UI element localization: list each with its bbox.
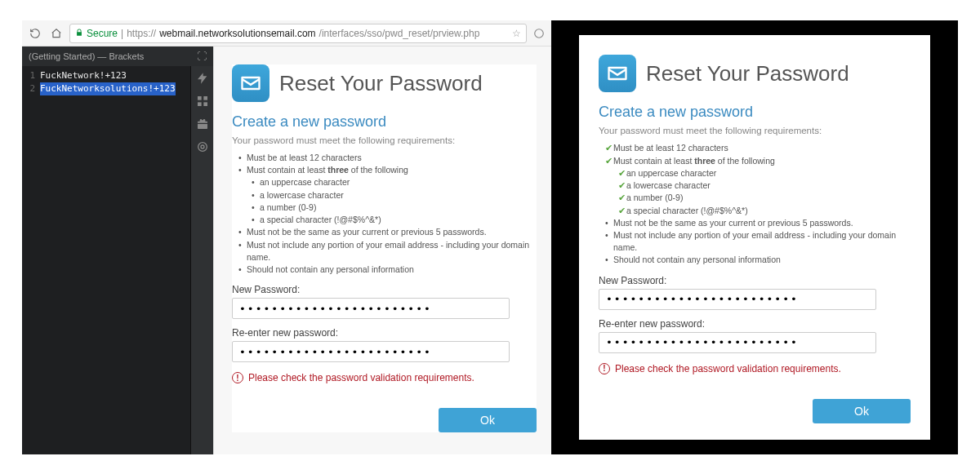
reenter-password-input[interactable] — [232, 341, 510, 362]
reenter-password-input[interactable] — [599, 332, 876, 353]
code-editor[interactable]: (Getting Started) — Brackets ⛶ 1 FuckNet… — [22, 47, 213, 454]
new-password-label: New Password: — [599, 275, 911, 286]
line-code: FuckNetworksolutions!+123 — [40, 82, 176, 95]
error-icon: ! — [232, 372, 243, 383]
mail-icon — [232, 64, 270, 102]
ok-button[interactable]: Ok — [813, 399, 911, 423]
req-item: Must be at least 12 characters — [247, 152, 537, 164]
req-item: Should not contain any personal informat… — [247, 264, 537, 276]
url-host: webmail.networksolutionsemail.com — [159, 28, 315, 39]
secure-label: Secure — [87, 28, 118, 39]
req-item: Must not be the same as your current or … — [247, 226, 537, 238]
page-title: Reset Your Password — [646, 61, 849, 86]
req-sub-item: an uppercase character — [626, 167, 911, 179]
section-subtitle: Your password must meet the following re… — [232, 135, 537, 145]
extensions-icon[interactable] — [195, 94, 210, 109]
req-item: Must contain at least three of the follo… — [613, 155, 911, 217]
editor-title-text: (Getting Started) — Brackets — [29, 51, 144, 61]
new-password-input[interactable] — [232, 298, 510, 319]
page-title: Reset Your Password — [279, 71, 483, 96]
ok-button[interactable]: Ok — [439, 408, 537, 432]
browser-window: Secure | https://webmail.networksolution… — [22, 20, 551, 454]
refresh-icon[interactable] — [27, 25, 43, 42]
section-subtitle: Your password must meet the following re… — [599, 126, 911, 135]
url-bar[interactable]: Secure | https://webmail.networksolution… — [69, 24, 527, 43]
svg-point-5 — [201, 145, 204, 148]
tag-icon[interactable] — [195, 140, 210, 154]
line-code: FuckNetwork!+123 — [40, 69, 127, 82]
reenter-password-label: Re-enter new password: — [232, 327, 537, 339]
req-item: Must contain at least three of the follo… — [247, 164, 537, 226]
line-number: 2 — [22, 82, 40, 95]
requirements-list: Must be at least 12 characters Must cont… — [613, 142, 911, 266]
present-icon[interactable] — [195, 117, 210, 131]
fullscreen-icon[interactable]: ⛶ — [197, 51, 207, 62]
mail-icon — [599, 55, 636, 92]
browser-toolbar: Secure | https://webmail.networksolution… — [22, 20, 551, 47]
req-sub-item: a special character (!@#$%^&*) — [260, 214, 537, 226]
page-content-left: Reset Your Password Create a new passwor… — [213, 47, 551, 454]
error-icon: ! — [599, 363, 610, 374]
req-item: Must not include any portion of your ema… — [247, 239, 537, 264]
svg-point-0 — [535, 29, 544, 38]
error-text: Please check the password validation req… — [615, 363, 841, 374]
req-sub-item: an uppercase character — [260, 176, 537, 188]
section-title: Create a new password — [232, 113, 537, 131]
home-icon[interactable] — [48, 25, 65, 42]
editor-line[interactable]: 1 FuckNetwork!+123 — [22, 69, 213, 82]
svg-rect-2 — [203, 96, 207, 100]
req-sub-item: a lowercase character — [626, 179, 911, 192]
req-item: Should not contain any personal informat… — [613, 254, 911, 266]
editor-body[interactable]: 1 FuckNetwork!+123 2 FuckNetworksolution… — [22, 66, 213, 99]
editor-sidebar — [190, 66, 213, 454]
new-password-label: New Password: — [232, 284, 537, 295]
req-item: Must not include any portion of your ema… — [613, 229, 911, 254]
star-icon[interactable]: ☆ — [512, 28, 521, 39]
editor-titlebar: (Getting Started) — Brackets ⛶ — [22, 47, 213, 66]
requirements-list: Must be at least 12 characters Must cont… — [247, 152, 537, 276]
validation-error: ! Please check the password validation r… — [599, 363, 911, 374]
extension-icon[interactable] — [532, 26, 546, 41]
error-text: Please check the password validation req… — [248, 372, 474, 383]
svg-rect-3 — [198, 102, 202, 106]
url-scheme: https:// — [127, 28, 156, 39]
line-number: 1 — [22, 69, 40, 82]
page-content-right: Reset Your Password Create a new passwor… — [579, 35, 930, 439]
req-sub-item: a lowercase character — [260, 189, 537, 202]
lock-icon — [75, 29, 83, 38]
reenter-password-label: Re-enter new password: — [599, 318, 911, 330]
req-item: Must be at least 12 characters — [613, 142, 911, 154]
req-sub-item: a number (0-9) — [626, 192, 911, 204]
right-panel: Reset Your Password Create a new passwor… — [551, 20, 958, 454]
validation-error: ! Please check the password validation r… — [232, 372, 537, 383]
new-password-input[interactable] — [599, 289, 876, 310]
url-path: /interfaces/sso/pwd_reset/prview.php — [319, 28, 480, 39]
req-sub-item: a special character (!@#$%^&*) — [626, 205, 911, 217]
svg-rect-1 — [198, 96, 202, 100]
live-preview-icon[interactable] — [195, 71, 210, 86]
svg-point-6 — [198, 143, 207, 152]
editor-line[interactable]: 2 FuckNetworksolutions!+123 — [22, 82, 213, 95]
svg-rect-4 — [203, 102, 207, 106]
req-item: Must not be the same as your current or … — [613, 217, 911, 229]
req-sub-item: a number (0-9) — [260, 202, 537, 214]
section-title: Create a new password — [599, 104, 911, 121]
